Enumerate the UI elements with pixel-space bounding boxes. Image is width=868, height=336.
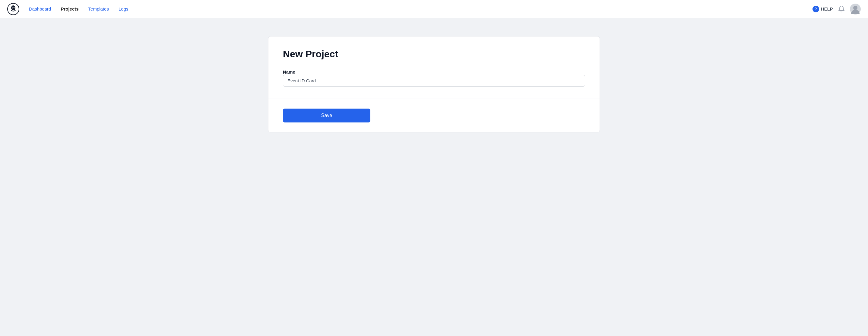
name-field-group: Name [283, 69, 585, 87]
form-top-section: New Project Name [269, 36, 599, 99]
navbar-right: ? HELP [812, 4, 861, 14]
notifications-bell[interactable] [838, 5, 845, 13]
project-name-input[interactable] [283, 75, 585, 87]
name-label: Name [283, 69, 295, 74]
app-logo[interactable] [7, 3, 19, 15]
help-button[interactable]: ? HELP [812, 6, 833, 12]
save-button[interactable]: Save [283, 109, 370, 122]
navbar-left: Dashboard Projects Templates Logs [7, 3, 128, 15]
form-title: New Project [283, 49, 585, 60]
help-label: HELP [821, 7, 833, 11]
main-content: New Project Name Save [0, 18, 868, 336]
nav-projects[interactable]: Projects [61, 6, 79, 11]
help-icon: ? [812, 6, 819, 12]
new-project-card: New Project Name Save [268, 36, 600, 132]
nav-logs[interactable]: Logs [119, 6, 128, 11]
svg-point-1 [11, 5, 16, 10]
svg-point-6 [853, 6, 858, 10]
nav-links: Dashboard Projects Templates Logs [29, 6, 128, 11]
user-avatar[interactable] [850, 4, 861, 14]
form-bottom-section: Save [269, 99, 599, 132]
nav-dashboard[interactable]: Dashboard [29, 6, 51, 11]
svg-point-4 [12, 7, 13, 7]
nav-templates[interactable]: Templates [88, 6, 109, 11]
svg-point-5 [14, 7, 14, 7]
navbar: Dashboard Projects Templates Logs ? HELP [0, 0, 868, 18]
